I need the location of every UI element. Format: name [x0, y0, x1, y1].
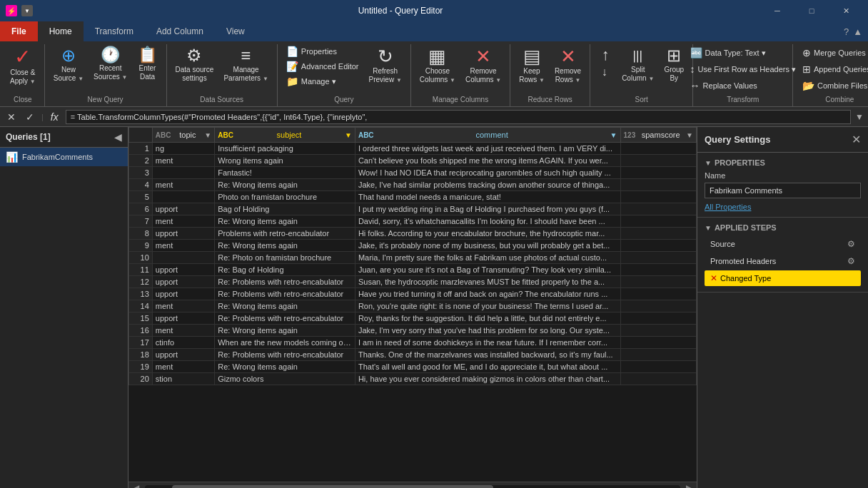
grid-scrollbar[interactable]: ◀ ▶: [128, 482, 697, 488]
step-source[interactable]: Source ⚙: [705, 236, 861, 252]
data-type-button[interactable]: 🔤 Data Type: Text ▾: [686, 46, 770, 60]
table-row[interactable]: 1ngInsufficient packagingI ordered three…: [129, 143, 697, 155]
cell-spamscore: [620, 252, 696, 264]
table-row[interactable]: 15upportRe: Problems with retro-encabula…: [129, 312, 697, 325]
enter-data-button[interactable]: 📋 EnterData: [133, 44, 162, 84]
ribbon-help-icon[interactable]: ?: [844, 26, 849, 37]
manage-parameters-button[interactable]: ≡ ManageParameters ▼: [219, 44, 272, 86]
cell-comment: Thanks. One of the marzelvanes was insta…: [355, 349, 620, 361]
data-grid[interactable]: ABC topic ▼ ABC subject ▼: [128, 127, 697, 482]
properties-label: Properties: [301, 47, 337, 56]
scroll-track[interactable]: [145, 485, 680, 489]
cell-comment: That's all well and good for ME, and I d…: [355, 361, 620, 373]
append-queries-button[interactable]: ⊞ Append Queries ▾: [798, 62, 868, 76]
minimize-button[interactable]: ─: [761, 0, 794, 21]
close-apply-button[interactable]: ✓ Close &Apply ▼: [6, 44, 40, 88]
table-row[interactable]: 12upportRe: Problems with retro-encabula…: [129, 276, 697, 288]
step-source-gear-icon[interactable]: ⚙: [847, 239, 855, 249]
window-controls[interactable]: ─ □ ✕: [761, 0, 862, 21]
all-properties-link[interactable]: All Properties: [705, 203, 751, 211]
tab-view[interactable]: View: [215, 21, 256, 41]
remove-columns-button[interactable]: ✕ RemoveColumns ▼: [461, 44, 505, 87]
row-number: 5: [129, 191, 153, 203]
col-header-spamscore[interactable]: 123 spamscore ▼: [620, 128, 696, 143]
table-row[interactable]: 5Photo on framistan brochureThat hand mo…: [129, 191, 697, 203]
table-row[interactable]: 7mentRe: Wrong items againDavid, sorry, …: [129, 215, 697, 228]
table-row[interactable]: 19mentRe: Wrong items againThat's all we…: [129, 361, 697, 373]
remove-rows-button[interactable]: ✕ RemoveRows ▼: [550, 44, 585, 87]
step-promoted-headers[interactable]: Promoted Headers ⚙: [705, 253, 861, 269]
cell-spamscore: [620, 312, 696, 325]
table-row[interactable]: 17ctinfoWhen are the new models coming o…: [129, 337, 697, 349]
merge-queries-button[interactable]: ⊕ Merge Queries ▾: [798, 46, 868, 60]
query-item-fabrikam[interactable]: 📊 FabrikamComments: [0, 148, 128, 166]
col-header-subject[interactable]: ABC subject ▼: [215, 128, 355, 143]
maximize-button[interactable]: □: [795, 0, 828, 21]
tab-home[interactable]: Home: [38, 21, 84, 41]
tab-add-column[interactable]: Add Column: [145, 21, 215, 41]
row-number: 11: [129, 264, 153, 276]
scroll-thumb[interactable]: [172, 485, 493, 489]
col-dropdown-subject[interactable]: ▼: [345, 131, 352, 139]
dropdown-icon[interactable]: ▼: [21, 5, 33, 16]
step-promoted-headers-gear-icon[interactable]: ⚙: [847, 256, 855, 266]
tab-transform[interactable]: Transform: [84, 21, 145, 41]
query-name-input[interactable]: [705, 183, 861, 198]
keep-rows-button[interactable]: ▤ KeepRows ▼: [515, 44, 549, 87]
replace-values-button[interactable]: ↔ Replace Values: [686, 78, 762, 93]
sort-ascending-button[interactable]: ↑↓: [595, 44, 616, 83]
table-row[interactable]: 11upportRe: Bag of HoldingJuan, are you …: [129, 264, 697, 276]
formula-confirm-button[interactable]: ✓: [23, 110, 37, 124]
cell-comment: Jake, it's probably none of my business,…: [355, 240, 620, 252]
queries-panel-collapse-button[interactable]: ◀: [114, 131, 122, 143]
data-source-settings-button[interactable]: ⚙ Data sourcesettings: [171, 44, 218, 86]
properties-button[interactable]: 📄 Properties: [282, 44, 363, 59]
query-settings-close-button[interactable]: ✕: [852, 133, 861, 146]
col-dropdown-spamscore[interactable]: ▼: [686, 131, 693, 139]
close-button[interactable]: ✕: [829, 0, 862, 21]
formula-input[interactable]: [66, 110, 851, 124]
new-source-button[interactable]: ⊕ NewSource ▼: [49, 44, 88, 86]
choose-columns-icon: ▦: [428, 47, 446, 66]
formula-expand-button[interactable]: ▼: [855, 112, 864, 122]
split-column-button[interactable]: ⫼ SplitColumn ▼: [617, 44, 658, 86]
choose-columns-button[interactable]: ▦ ChooseColumns ▼: [415, 44, 460, 87]
table-row[interactable]: 20stionGizmo colorsHi, have you ever con…: [129, 373, 697, 385]
cell-subject: Problems with retro-encabulator: [215, 228, 355, 240]
tab-file[interactable]: File: [0, 21, 38, 41]
refresh-preview-button[interactable]: ↻ RefreshPreview ▼: [365, 44, 406, 87]
combine-files-button[interactable]: 📂 Combine Files: [798, 78, 868, 93]
cell-subject: Wrong items again: [215, 155, 355, 167]
scroll-right-button[interactable]: ▶: [683, 483, 695, 489]
append-queries-icon: ⊞: [802, 63, 811, 75]
manage-button[interactable]: 📁 Manage ▾: [282, 74, 363, 88]
cell-comment: That hand model needs a manicure, stat!: [355, 191, 620, 203]
table-row[interactable]: 9mentRe: Wrong items againJake, it's pro…: [129, 240, 697, 252]
scroll-left-button[interactable]: ◀: [130, 483, 142, 489]
advanced-editor-button[interactable]: 📝 Advanced Editor: [282, 59, 363, 73]
table-row[interactable]: 18upportRe: Problems with retro-encabula…: [129, 349, 697, 361]
table-row[interactable]: 8upportProblems with retro-encabulatorHi…: [129, 228, 697, 240]
col-header-comment[interactable]: ABC comment ▼: [355, 128, 620, 143]
queries-panel: Queries [1] ◀ 📊 FabrikamComments: [0, 127, 128, 488]
table-row[interactable]: 3Fantastic!Wow! I had NO IDEA that recip…: [129, 167, 697, 179]
ribbon-collapse-icon[interactable]: ▲: [853, 26, 862, 37]
col-header-topic[interactable]: ABC topic ▼: [152, 128, 214, 143]
cell-comment: David, sorry, it's whatchamacallits I'm …: [355, 215, 620, 228]
col-dropdown-comment[interactable]: ▼: [610, 131, 617, 139]
table-row[interactable]: 13upportRe: Problems with retro-encabula…: [129, 288, 697, 300]
table-row[interactable]: 2mentWrong items againCan't believe you …: [129, 155, 697, 167]
group-by-button[interactable]: ⊞ GroupBy: [660, 44, 688, 86]
table-row[interactable]: 10Re: Photo on framistan brochureMaria, …: [129, 252, 697, 264]
enter-data-icon: 📋: [138, 47, 157, 63]
table-row[interactable]: 6upportBag of HoldingI put my wedding ri…: [129, 203, 697, 215]
cell-comment: Can't believe you fools shipped me the w…: [355, 155, 620, 167]
formula-cancel-button[interactable]: ✕: [4, 110, 19, 124]
col-dropdown-topic[interactable]: ▼: [204, 131, 211, 139]
use-first-row-button[interactable]: ↕ Use First Row as Headers ▾: [686, 62, 800, 76]
table-row[interactable]: 14mentRe: Wrong items againRon, you're q…: [129, 300, 697, 312]
recent-sources-button[interactable]: 🕐 RecentSources ▼: [89, 44, 131, 84]
step-changed-type[interactable]: ✕ Changed Type: [705, 270, 861, 286]
table-row[interactable]: 16mentRe: Wrong items againJake, I'm ver…: [129, 325, 697, 337]
table-row[interactable]: 4mentRe: Wrong items againJake, I've had…: [129, 179, 697, 191]
